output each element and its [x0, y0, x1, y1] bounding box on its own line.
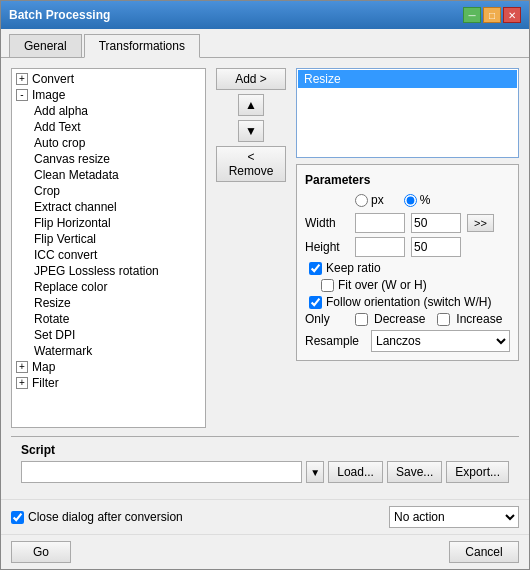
- tree-item-add-alpha[interactable]: Add alpha: [14, 103, 203, 119]
- expand-icon: +: [16, 73, 28, 85]
- follow-orientation-checkbox[interactable]: [309, 296, 322, 309]
- move-up-button[interactable]: [238, 94, 264, 116]
- fit-over-checkbox[interactable]: [321, 279, 334, 292]
- radio-percent-label[interactable]: %: [404, 193, 431, 207]
- tab-general[interactable]: General: [9, 34, 82, 57]
- script-section: Script ▼ Load... Save... Export...: [11, 436, 519, 489]
- resample-row: Resample Lanczos Nearest Bilinear Bicubi…: [305, 330, 510, 352]
- main-window: Batch Processing ─ □ ✕ General Transform…: [0, 0, 530, 570]
- follow-orientation-row: Follow orientation (switch W/H): [305, 295, 510, 309]
- tree-item-add-text[interactable]: Add Text: [14, 119, 203, 135]
- increase-checkbox[interactable]: [437, 313, 450, 326]
- resample-label: Resample: [305, 334, 365, 348]
- tree-item-jpeg-lossless[interactable]: JPEG Lossless rotation: [14, 263, 203, 279]
- remove-button[interactable]: < Remove: [216, 146, 286, 182]
- decrease-checkbox[interactable]: [355, 313, 368, 326]
- load-button[interactable]: Load...: [328, 461, 383, 483]
- tree-item-convert[interactable]: + Convert: [14, 71, 203, 87]
- title-bar: Batch Processing ─ □ ✕: [1, 1, 529, 29]
- script-label: Script: [21, 443, 509, 457]
- window-title: Batch Processing: [9, 8, 110, 22]
- tree-item-watermark[interactable]: Watermark: [14, 343, 203, 359]
- title-bar-buttons: ─ □ ✕: [463, 7, 521, 23]
- tree-item-clean-metadata[interactable]: Clean Metadata: [14, 167, 203, 183]
- radio-px-label[interactable]: px: [355, 193, 384, 207]
- width-row: Width >>: [305, 213, 510, 233]
- tree-item-auto-crop[interactable]: Auto crop: [14, 135, 203, 151]
- tree-item-rotate[interactable]: Rotate: [14, 311, 203, 327]
- increase-label: Increase: [456, 312, 502, 326]
- tree-item-label: Map: [32, 360, 55, 374]
- width-label: Width: [305, 216, 349, 230]
- bottom-bar: Close dialog after conversion No action: [1, 499, 529, 534]
- keep-ratio-label: Keep ratio: [326, 261, 381, 275]
- tree-item-resize[interactable]: Resize: [14, 295, 203, 311]
- collapse-icon: -: [16, 89, 28, 101]
- width-percent-input[interactable]: [411, 213, 461, 233]
- middle-buttons: Add > < Remove: [216, 68, 286, 428]
- tab-bar: General Transformations: [1, 29, 529, 58]
- bottom-right: No action: [389, 506, 519, 528]
- tree-item-icc-convert[interactable]: ICC convert: [14, 247, 203, 263]
- action-list[interactable]: Resize: [296, 68, 519, 158]
- radio-row: px %: [305, 193, 510, 207]
- expand-icon: +: [16, 361, 28, 373]
- move-down-button[interactable]: [238, 120, 264, 142]
- arrow-down-icon: [245, 124, 257, 138]
- close-button[interactable]: ✕: [503, 7, 521, 23]
- bottom-buttons: Go Cancel: [1, 534, 529, 569]
- tree-item-flip-horizontal[interactable]: Flip Horizontal: [14, 215, 203, 231]
- only-row: Only Decrease Increase: [305, 312, 510, 326]
- no-action-select[interactable]: No action: [389, 506, 519, 528]
- script-row: ▼ Load... Save... Export...: [21, 461, 509, 483]
- script-dropdown-button[interactable]: ▼: [306, 461, 324, 483]
- tree-item-label: Filter: [32, 376, 59, 390]
- arrow-up-icon: [245, 98, 257, 112]
- tree-item-label: Convert: [32, 72, 74, 86]
- export-button[interactable]: Export...: [446, 461, 509, 483]
- content-area: + Convert - Image Add alpha Add Text Aut…: [1, 58, 529, 499]
- tree-item-filter[interactable]: + Filter: [14, 375, 203, 391]
- tree-item-set-dpi[interactable]: Set DPI: [14, 327, 203, 343]
- tree-item-canvas-resize[interactable]: Canvas resize: [14, 151, 203, 167]
- cancel-button[interactable]: Cancel: [449, 541, 519, 563]
- resample-select[interactable]: Lanczos Nearest Bilinear Bicubic: [371, 330, 510, 352]
- minimize-button[interactable]: ─: [463, 7, 481, 23]
- go-button[interactable]: Go: [11, 541, 71, 563]
- parameters-section: Parameters px % Width: [296, 164, 519, 361]
- save-button[interactable]: Save...: [387, 461, 442, 483]
- width-arrow-button[interactable]: >>: [467, 214, 494, 232]
- bottom-left: Close dialog after conversion: [11, 510, 183, 524]
- tree-item-crop[interactable]: Crop: [14, 183, 203, 199]
- height-row: Height: [305, 237, 510, 257]
- radio-px[interactable]: [355, 194, 368, 207]
- add-button[interactable]: Add >: [216, 68, 286, 90]
- fit-over-label: Fit over (W or H): [338, 278, 427, 292]
- radio-percent[interactable]: [404, 194, 417, 207]
- height-percent-input[interactable]: [411, 237, 461, 257]
- tree-item-flip-vertical[interactable]: Flip Vertical: [14, 231, 203, 247]
- tree-item-map[interactable]: + Map: [14, 359, 203, 375]
- tree-item-label: Image: [32, 88, 65, 102]
- tree-item-extract-channel[interactable]: Extract channel: [14, 199, 203, 215]
- width-px-input[interactable]: [355, 213, 405, 233]
- expand-icon: +: [16, 377, 28, 389]
- parameters-title: Parameters: [305, 173, 510, 187]
- tree-item-replace-color[interactable]: Replace color: [14, 279, 203, 295]
- close-dialog-checkbox[interactable]: [11, 511, 24, 524]
- height-px-input[interactable]: [355, 237, 405, 257]
- close-dialog-label: Close dialog after conversion: [28, 510, 183, 524]
- only-label: Only: [305, 312, 349, 326]
- tree-item-image[interactable]: - Image: [14, 87, 203, 103]
- decrease-label: Decrease: [374, 312, 425, 326]
- tab-transformations[interactable]: Transformations: [84, 34, 200, 58]
- main-panel: + Convert - Image Add alpha Add Text Aut…: [11, 68, 519, 428]
- tree-panel[interactable]: + Convert - Image Add alpha Add Text Aut…: [11, 68, 206, 428]
- right-panel: Resize Parameters px %: [296, 68, 519, 428]
- script-input[interactable]: [21, 461, 302, 483]
- action-list-item-resize[interactable]: Resize: [298, 70, 517, 88]
- keep-ratio-row: Keep ratio: [305, 261, 510, 275]
- keep-ratio-checkbox[interactable]: [309, 262, 322, 275]
- follow-orientation-label: Follow orientation (switch W/H): [326, 295, 491, 309]
- maximize-button[interactable]: □: [483, 7, 501, 23]
